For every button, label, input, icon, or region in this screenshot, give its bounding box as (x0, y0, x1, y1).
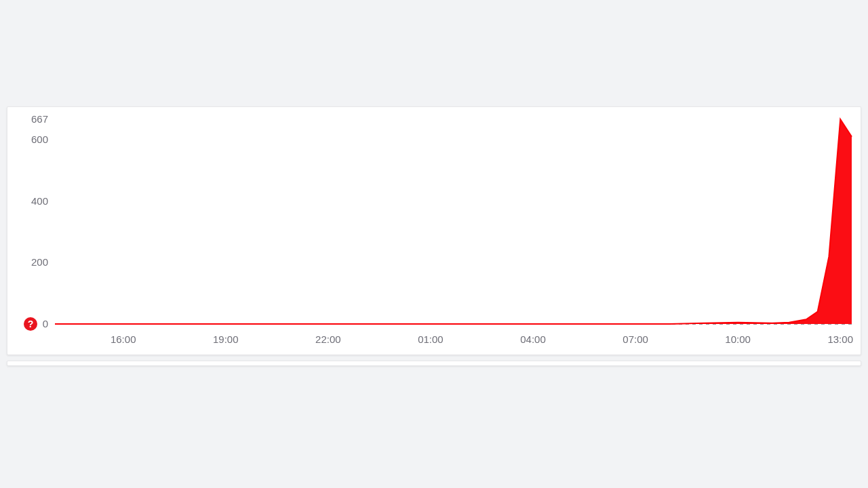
svg-text:07:00: 07:00 (623, 333, 648, 345)
svg-text:04:00: 04:00 (520, 333, 546, 345)
help-icon[interactable]: ? (24, 317, 37, 331)
svg-text:01:00: 01:00 (418, 333, 443, 345)
svg-text:13:00: 13:00 (827, 333, 853, 345)
svg-text:22:00: 22:00 (315, 333, 341, 345)
svg-text:600: 600 (31, 134, 48, 145)
chart-panel: 020040060066716:0019:0022:0001:0004:0007… (7, 106, 861, 355)
chart-plot-area: 020040060066716:0019:0022:0001:0004:0007… (7, 107, 861, 354)
svg-text:16:00: 16:00 (111, 333, 136, 345)
svg-text:200: 200 (31, 256, 48, 268)
svg-text:10:00: 10:00 (725, 333, 751, 345)
next-panel-top (7, 361, 861, 366)
help-icon-label: ? (28, 319, 34, 329)
svg-text:400: 400 (31, 195, 48, 207)
area-chart: 020040060066716:0019:0022:0001:0004:0007… (7, 107, 862, 354)
svg-text:667: 667 (31, 113, 48, 125)
svg-text:0: 0 (43, 318, 48, 329)
svg-text:19:00: 19:00 (213, 333, 239, 345)
